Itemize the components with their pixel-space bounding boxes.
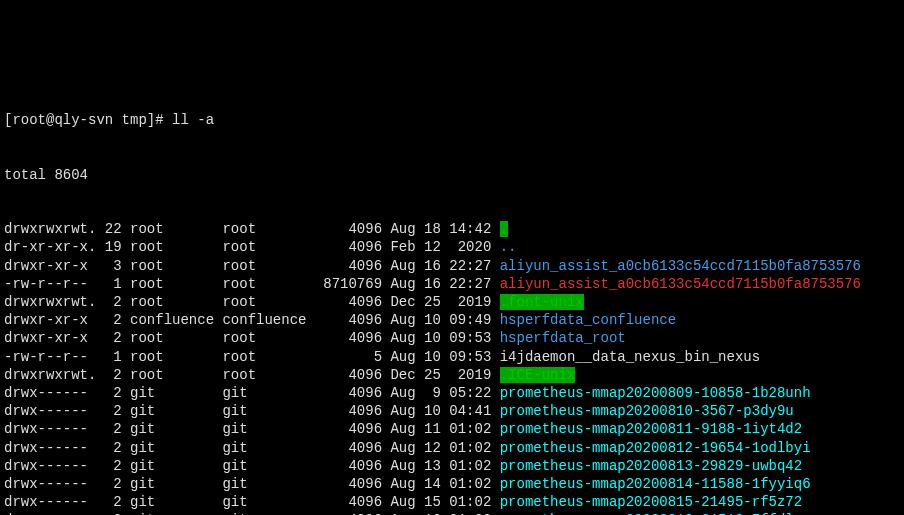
list-item: drwx------ 2 git git 4096 Aug 11 01:02 p… xyxy=(4,420,900,438)
file-name: prometheus-mmap20200809-10858-1b28unh xyxy=(500,385,811,401)
list-item: drwx------ 2 git git 4096 Aug 14 01:02 p… xyxy=(4,475,900,493)
file-meta: drwxr-xr-x 2 confluence confluence 4096 … xyxy=(4,312,500,328)
file-listing: drwxrwxrwt. 22 root root 4096 Aug 18 14:… xyxy=(4,220,900,515)
file-meta: dr-xr-xr-x. 19 root root 4096 Feb 12 202… xyxy=(4,239,500,255)
file-name: .. xyxy=(500,239,517,255)
file-meta: drwx------ 2 git git 4096 Aug 13 01:02 xyxy=(4,458,500,474)
list-item: drwx------ 2 git git 4096 Aug 16 01:02 p… xyxy=(4,511,900,515)
file-meta: drwxrwxrwt. 22 root root 4096 Aug 18 14:… xyxy=(4,221,500,237)
list-item: drwx------ 2 git git 4096 Aug 13 01:02 p… xyxy=(4,457,900,475)
file-meta: drwx------ 2 git git 4096 Aug 14 01:02 xyxy=(4,476,500,492)
file-meta: drwx------ 2 git git 4096 Aug 11 01:02 xyxy=(4,421,500,437)
file-name: hsperfdata_root xyxy=(500,330,626,346)
file-name: .ICE-unix xyxy=(500,367,576,383)
list-item: dr-xr-xr-x. 19 root root 4096 Feb 12 202… xyxy=(4,238,900,256)
file-name: . xyxy=(500,221,508,237)
file-name: hsperfdata_confluence xyxy=(500,312,676,328)
file-name: aliyun_assist_a0cb6133c54ccd7115b0fa8753… xyxy=(500,276,861,292)
list-item: drwx------ 2 git git 4096 Aug 15 01:02 p… xyxy=(4,493,900,511)
file-meta: drwxr-xr-x 2 root root 4096 Aug 10 09:53 xyxy=(4,330,500,346)
list-item: drwxr-xr-x 2 root root 4096 Aug 10 09:53… xyxy=(4,329,900,347)
file-meta: drwxrwxrwt. 2 root root 4096 Dec 25 2019 xyxy=(4,367,500,383)
shell-prompt: [root@qly-svn tmp]# xyxy=(4,112,172,128)
file-name: prometheus-mmap20200813-29829-uwbq42 xyxy=(500,458,802,474)
list-item: drwxr-xr-x 2 confluence confluence 4096 … xyxy=(4,311,900,329)
list-item: drwx------ 2 git git 4096 Aug 12 01:02 p… xyxy=(4,439,900,457)
file-name: .font-unix xyxy=(500,294,584,310)
list-item: -rw-r--r-- 1 root root 5 Aug 10 09:53 i4… xyxy=(4,348,900,366)
file-meta: drwx------ 2 git git 4096 Aug 9 05:22 xyxy=(4,385,500,401)
file-name: prometheus-mmap20200815-21495-rf5z72 xyxy=(500,494,802,510)
file-meta: drwx------ 2 git git 4096 Aug 12 01:02 xyxy=(4,440,500,456)
terminal[interactable]: [root@qly-svn tmp]# ll -a total 8604 drw… xyxy=(0,73,904,515)
file-name: aliyun_assist_a0cb6133c54ccd7115b0fa8753… xyxy=(500,258,861,274)
file-meta: drwx------ 2 git git 4096 Aug 15 01:02 xyxy=(4,494,500,510)
command: ll -a xyxy=(172,112,214,128)
list-item: drwxrwxrwt. 22 root root 4096 Aug 18 14:… xyxy=(4,220,900,238)
list-item: drwx------ 2 git git 4096 Aug 10 04:41 p… xyxy=(4,402,900,420)
file-meta: drwx------ 2 git git 4096 Aug 10 04:41 xyxy=(4,403,500,419)
prompt-line: [root@qly-svn tmp]# ll -a xyxy=(4,111,900,129)
file-meta: -rw-r--r-- 1 root root 5 Aug 10 09:53 xyxy=(4,349,500,365)
total-line: total 8604 xyxy=(4,166,900,184)
file-name: prometheus-mmap20200812-19654-1odlbyi xyxy=(500,440,811,456)
file-meta: -rw-r--r-- 1 root root 8710769 Aug 16 22… xyxy=(4,276,500,292)
list-item: drwx------ 2 git git 4096 Aug 9 05:22 pr… xyxy=(4,384,900,402)
file-meta: drwxr-xr-x 3 root root 4096 Aug 16 22:27 xyxy=(4,258,500,274)
list-item: drwxrwxrwt. 2 root root 4096 Dec 25 2019… xyxy=(4,366,900,384)
file-name: prometheus-mmap20200810-3567-p3dy9u xyxy=(500,403,794,419)
file-name: i4jdaemon__data_nexus_bin_nexus xyxy=(500,349,760,365)
list-item: drwxrwxrwt. 2 root root 4096 Dec 25 2019… xyxy=(4,293,900,311)
list-item: -rw-r--r-- 1 root root 8710769 Aug 16 22… xyxy=(4,275,900,293)
file-name: prometheus-mmap20200814-11588-1fyyiq6 xyxy=(500,476,811,492)
file-name: prometheus-mmap20200811-9188-1iyt4d2 xyxy=(500,421,802,437)
list-item: drwxr-xr-x 3 root root 4096 Aug 16 22:27… xyxy=(4,257,900,275)
file-meta: drwxrwxrwt. 2 root root 4096 Dec 25 2019 xyxy=(4,294,500,310)
